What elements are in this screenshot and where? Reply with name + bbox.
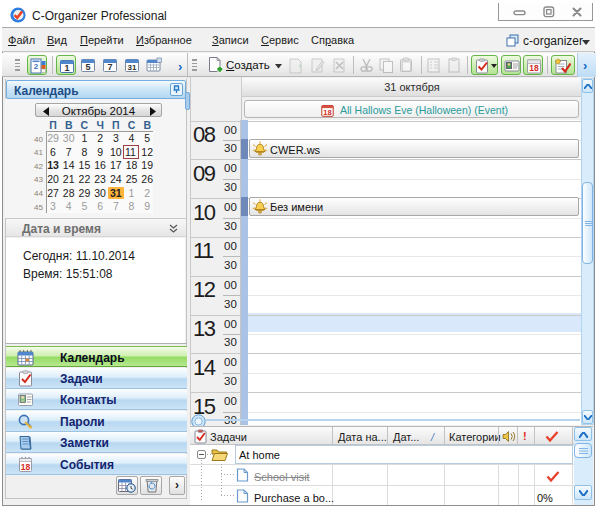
svg-text:18: 18 (323, 108, 331, 117)
svg-text:5: 5 (85, 62, 90, 72)
svg-text:7: 7 (107, 62, 112, 72)
svg-text:31: 31 (128, 63, 137, 72)
svg-text:1: 1 (64, 63, 69, 73)
svg-text:18: 18 (529, 63, 539, 73)
svg-text:18: 18 (21, 461, 31, 471)
svg-text:2: 2 (34, 62, 39, 71)
